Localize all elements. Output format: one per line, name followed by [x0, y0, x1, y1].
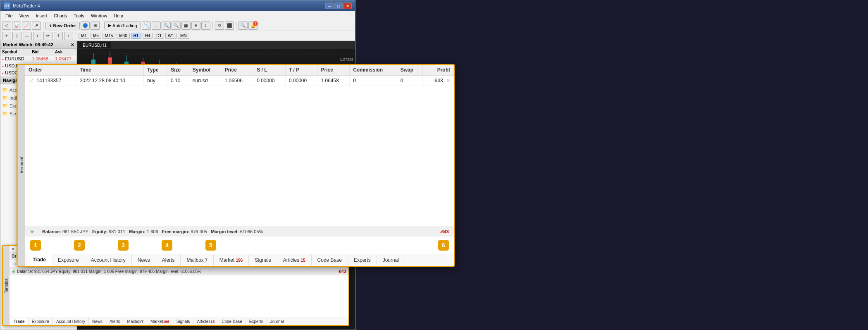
- toolbar-chart2[interactable]: 📈: [22, 22, 31, 30]
- trade-row-0[interactable]: 📄 141133357 2022.12.28 08:40:10 buy 0.10…: [25, 75, 454, 86]
- s-balance-total-profit: -643: [338, 269, 346, 274]
- order-doc-icon: 📄: [29, 79, 33, 83]
- annotation-badge-6: 6: [438, 240, 449, 251]
- s-tab-articles[interactable]: Articles15: [193, 318, 218, 325]
- td-profit: -643 ✕: [422, 75, 453, 86]
- toolbar-period[interactable]: ≡: [191, 22, 200, 30]
- tab-alerts[interactable]: Alerts: [156, 255, 181, 265]
- tab-news[interactable]: News: [132, 255, 156, 265]
- trendline-tool[interactable]: /: [33, 32, 42, 40]
- tf-m5[interactable]: M5: [91, 33, 101, 39]
- row-close-icon[interactable]: ✕: [446, 78, 450, 84]
- tf-mn[interactable]: MN: [178, 33, 189, 39]
- line-tool[interactable]: |: [12, 32, 21, 40]
- toolbar-grid[interactable]: ⊞: [91, 22, 100, 30]
- autotrading-button[interactable]: ▶ AutoTrading: [104, 22, 141, 29]
- main-toolbar: ◁ 📊 📈 ↗ + New Order 🔵 ⊞ ▶ AutoTrading 📉 …: [0, 20, 355, 31]
- toolbar-zoom-out[interactable]: 🔍: [172, 22, 181, 30]
- th-symbol: Symbol: [189, 65, 221, 75]
- toolbar-notif[interactable]: 🔔 1: [248, 22, 258, 30]
- tabs-row-large: Trade Exposure Account History News Aler…: [25, 254, 454, 266]
- td-sl: 0.00000: [253, 75, 286, 86]
- small-close-icon[interactable]: ✕: [11, 246, 15, 252]
- tf-m30[interactable]: M30: [117, 33, 129, 39]
- s-tab-market[interactable]: Market196: [147, 318, 173, 325]
- tab-exposure[interactable]: Exposure: [52, 255, 85, 265]
- toolbar-zoom-in[interactable]: 🔍: [162, 22, 171, 30]
- td-price-current: 1.06458: [317, 75, 350, 86]
- tab-journal[interactable]: Journal: [377, 255, 405, 265]
- menu-charts[interactable]: Charts: [50, 12, 70, 19]
- toolbar-prop[interactable]: ↕: [201, 22, 210, 30]
- maximize-button[interactable]: □: [334, 2, 343, 9]
- balance-info: ⊕ Balance: 981 654 JPY Equity: 981 011 M…: [30, 229, 263, 234]
- s-tab-trade[interactable]: Trade: [10, 318, 29, 325]
- timeframe-toolbar: + | — / ✏ T ↑ M1 M5 M15 M30 H1 H4 D1 W1 …: [0, 31, 355, 41]
- arrow-tool[interactable]: ↑: [64, 32, 73, 40]
- tab-articles[interactable]: Articles 15: [277, 255, 312, 265]
- toolbar-back[interactable]: ◁: [2, 22, 11, 30]
- large-terminal-content: Order Time Type Size Symbol Price S / L …: [25, 65, 454, 266]
- hline-tool[interactable]: —: [23, 32, 32, 40]
- tf-m1[interactable]: M1: [79, 33, 89, 39]
- toolbar-grid2[interactable]: ▦: [181, 22, 191, 30]
- s-balance-icon: ⊕: [12, 269, 15, 274]
- minimize-button[interactable]: –: [325, 2, 334, 9]
- tab-experts[interactable]: Experts: [348, 255, 377, 265]
- tf-w1[interactable]: W1: [165, 33, 176, 39]
- td-symbol: eurusd: [189, 75, 221, 86]
- chart-tab-eurusd-h1[interactable]: EURUSD,H1: [79, 42, 111, 48]
- toolbar-chart4[interactable]: ⬛: [225, 22, 234, 30]
- tf-h4[interactable]: H4: [143, 33, 153, 39]
- toolbar-chart1[interactable]: 📊: [12, 22, 21, 30]
- tab-mailbox[interactable]: Mailbox 7: [181, 255, 213, 265]
- menu-window[interactable]: Window: [88, 12, 110, 19]
- tf-d1[interactable]: D1: [154, 33, 164, 39]
- s-tab-code-base[interactable]: Code Base: [218, 318, 246, 325]
- s-tab-news[interactable]: News: [89, 318, 106, 325]
- text-tool[interactable]: T: [54, 32, 63, 40]
- app-icon: MT: [4, 2, 10, 9]
- th-tp: T / P: [285, 65, 317, 75]
- chart-tab-bar: EURUSD,H1: [77, 41, 355, 49]
- td-size: 0.10: [167, 75, 189, 86]
- market-watch-header: Market Watch: 08:49:42 ✕: [0, 41, 76, 49]
- annotation-row: 1 2 3 4 5 6: [25, 237, 454, 254]
- balance-row-large: ⊕ Balance: 981 654 JPY Equity: 981 011 M…: [25, 226, 454, 237]
- s-tab-experts[interactable]: Experts: [246, 318, 267, 325]
- s-tab-alerts[interactable]: Alerts: [106, 318, 124, 325]
- annotation-badge-5: 5: [205, 240, 216, 251]
- tf-m15[interactable]: M15: [103, 33, 115, 39]
- new-order-button[interactable]: + New Order: [45, 22, 80, 29]
- market-watch-close[interactable]: ✕: [71, 43, 74, 47]
- th-profit: Profit: [422, 65, 453, 75]
- toolbar-search[interactable]: 🔍: [238, 22, 248, 30]
- toolbar-arrow[interactable]: 🔵: [81, 22, 90, 30]
- tab-market[interactable]: Market 196: [214, 255, 249, 265]
- articles-badge: 15: [300, 258, 305, 263]
- s-tab-account-history[interactable]: Account History: [53, 318, 89, 325]
- menu-file[interactable]: File: [2, 12, 16, 19]
- toolbar-refresh[interactable]: ↻: [215, 22, 224, 30]
- menu-view[interactable]: View: [16, 12, 33, 19]
- menu-tools[interactable]: Tools: [70, 12, 88, 19]
- autotrading-icon: ▶: [108, 23, 111, 28]
- tab-trade[interactable]: Trade: [27, 254, 52, 266]
- pencil-tool[interactable]: ✏: [43, 32, 52, 40]
- toolbar-tool2[interactable]: ↕: [152, 22, 161, 30]
- tab-signals[interactable]: Signals: [249, 255, 277, 265]
- toolbar-chart3[interactable]: ↗: [32, 22, 41, 30]
- tf-h1[interactable]: H1: [131, 33, 141, 39]
- mw-row-eurusd[interactable]: ♦ EURUSD 1.06458 1.06477: [0, 55, 76, 62]
- s-tab-journal[interactable]: Journal: [267, 318, 288, 325]
- toolbar-tool1[interactable]: 📉: [142, 22, 151, 30]
- s-tab-signals[interactable]: Signals: [173, 318, 194, 325]
- menu-help[interactable]: Help: [110, 12, 126, 19]
- crosshair-tool[interactable]: +: [2, 32, 11, 40]
- menu-insert[interactable]: Insert: [32, 12, 50, 19]
- s-tab-mailbox[interactable]: Mailbox7: [124, 318, 147, 325]
- tab-code-base[interactable]: Code Base: [312, 255, 348, 265]
- tab-account-history[interactable]: Account History: [85, 255, 132, 265]
- close-button[interactable]: ✕: [343, 2, 352, 9]
- s-tab-exposure[interactable]: Exposure: [29, 318, 53, 325]
